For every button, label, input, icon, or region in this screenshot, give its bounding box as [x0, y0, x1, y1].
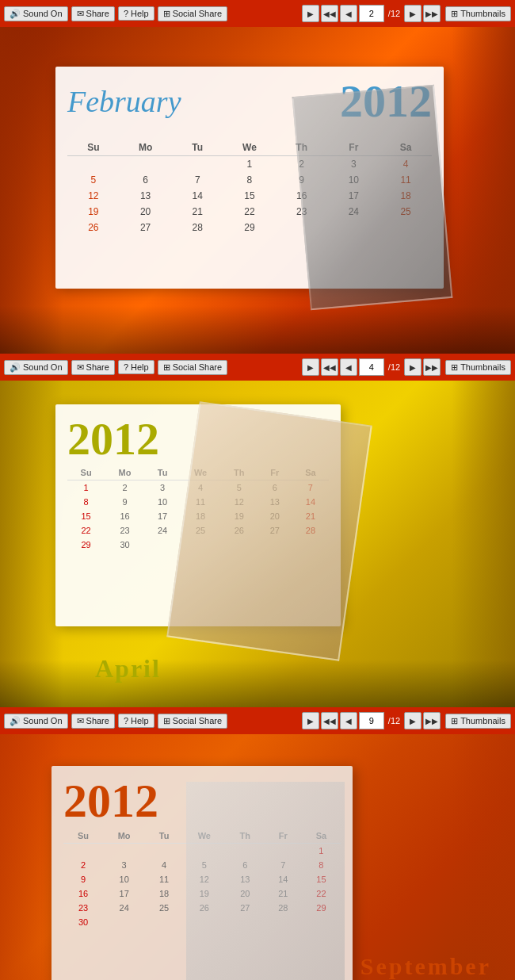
cal-day: 2 [105, 480, 145, 496]
toolbar-2: 🔊 Sound On ✉ Share ? Help ⊞ Social Share… [0, 354, 515, 381]
nav-prev-1[interactable]: ◀ [340, 5, 357, 22]
nav-next-3[interactable]: ▶ [302, 712, 319, 729]
page-total-1: /12 [386, 9, 402, 18]
cal-day: 15 [67, 509, 105, 523]
cal-day [67, 156, 120, 173]
share-label-1: Share [86, 9, 109, 18]
sound-on-button-3[interactable]: 🔊 Sound On [4, 714, 68, 729]
september-month-label: September [360, 953, 491, 980]
nav-forward-2[interactable]: ▶ [404, 358, 422, 376]
cal-day [103, 915, 145, 929]
ground-1 [0, 306, 515, 354]
calendar-section-3: 2012 Su Mo Tu We Th Fr Sa [0, 734, 515, 980]
page-total-3: /12 [386, 716, 402, 725]
cal-day: 26 [67, 220, 120, 235]
cal-day: 22 [223, 204, 276, 220]
cal-day: 2 [63, 858, 103, 872]
share-button-3[interactable]: ✉ Share [71, 714, 115, 729]
day3-tu: Tu [145, 829, 183, 844]
sound-on-button-2[interactable]: 🔊 Sound On [4, 360, 68, 375]
nav-forward-3[interactable]: ▶ [404, 712, 422, 729]
cal-day [103, 844, 145, 859]
cal-day [145, 538, 181, 552]
cal-day: 5 [67, 172, 120, 188]
ground-2 [0, 660, 515, 707]
cal-day: 24 [103, 901, 145, 915]
cal-day: 22 [67, 523, 105, 538]
cal-day: 10 [145, 495, 181, 509]
cal-day: 29 [67, 538, 105, 552]
tree-left-2 [0, 381, 63, 707]
social-icon-2: ⊞ [163, 362, 170, 373]
nav-end-3[interactable]: ▶▶ [423, 712, 441, 729]
thumbnails-icon-2: ⊞ [451, 362, 458, 373]
toolbar-3: 🔊 Sound On ✉ Share ? Help ⊞ Social Share… [0, 707, 515, 734]
page-input-1[interactable] [359, 5, 384, 22]
share-button-2[interactable]: ✉ Share [71, 360, 115, 375]
nav-prev-3[interactable]: ◀ [340, 712, 357, 729]
cal-day: 27 [120, 220, 172, 235]
cal-day: 12 [67, 188, 120, 204]
cal-day [145, 844, 183, 859]
social-share-button-2[interactable]: ⊞ Social Share [158, 360, 227, 375]
social-label-1: Social Share [173, 9, 222, 18]
help-label-1: Help [131, 9, 149, 18]
day2-su: Su [67, 465, 105, 480]
share-icon-2: ✉ [77, 362, 84, 373]
share-icon-3: ✉ [77, 716, 84, 726]
nav-rewind-1[interactable]: ◀◀ [321, 5, 338, 22]
help-button-2[interactable]: ? Help [118, 360, 154, 374]
social-share-button-3[interactable]: ⊞ Social Share [158, 714, 227, 729]
social-icon-3: ⊞ [163, 716, 170, 726]
cal-day: 23 [105, 523, 145, 538]
thumbnails-button-1[interactable]: ⊞ Thumbnails [445, 6, 511, 21]
cal-day: 18 [145, 886, 183, 901]
social-share-button-1[interactable]: ⊞ Social Share [158, 6, 227, 21]
help-icon-2: ? [124, 362, 128, 372]
cal-day: 9 [63, 872, 103, 886]
sound-label-2: Sound On [23, 362, 63, 372]
cal-day: 23 [63, 901, 103, 915]
calendar-card-1: February 2012 Su Mo Tu We Th Fr Sa [55, 67, 444, 289]
nav-rewind-2[interactable]: ◀◀ [321, 358, 338, 376]
page-total-2: /12 [386, 362, 402, 372]
nav-group-1: ▶ ◀◀ ◀ /12 ▶ ▶▶ ⊞ Thumbnails [302, 5, 511, 22]
cal-day: 16 [63, 886, 103, 901]
day2-mo: Mo [105, 465, 145, 480]
social-label-3: Social Share [173, 716, 222, 725]
calendar-card-3: 2012 Su Mo Tu We Th Fr Sa [52, 766, 353, 980]
cal-month-1: February [67, 84, 181, 119]
thumbnails-label-2: Thumbnails [460, 362, 505, 372]
thumbnails-button-3[interactable]: ⊞ Thumbnails [445, 714, 511, 729]
thumbnails-icon-1: ⊞ [451, 9, 458, 19]
nav-next-1[interactable]: ▶ [302, 5, 319, 22]
cal-day [63, 844, 103, 859]
day2-tu: Tu [145, 465, 181, 480]
sound-label-1: Sound On [23, 9, 63, 18]
help-icon-1: ? [124, 9, 128, 18]
nav-rewind-3[interactable]: ◀◀ [321, 712, 338, 729]
page-input-3[interactable] [359, 712, 384, 729]
nav-prev-2[interactable]: ◀ [340, 358, 357, 376]
cal-day: 17 [103, 886, 145, 901]
thumbnails-button-2[interactable]: ⊞ Thumbnails [445, 360, 511, 375]
page-input-2[interactable] [359, 358, 384, 376]
nav-forward-1[interactable]: ▶ [404, 5, 422, 22]
cal-day: 3 [145, 480, 181, 496]
help-label-2: Help [131, 362, 149, 372]
help-button-3[interactable]: ? Help [118, 714, 154, 728]
calendar-section-1: February 2012 Su Mo Tu We Th Fr Sa [0, 27, 515, 354]
nav-end-1[interactable]: ▶▶ [423, 5, 441, 22]
nav-end-2[interactable]: ▶▶ [423, 358, 441, 376]
calendar-card-2: 2012 Su Mo Tu We Th Fr Sa 1 2 3 4 [55, 404, 341, 626]
cal-day: 13 [120, 188, 172, 204]
share-button-1[interactable]: ✉ Share [71, 6, 115, 21]
nav-next-2[interactable]: ▶ [302, 358, 319, 376]
sound-on-button-1[interactable]: 🔊 Sound On [4, 6, 68, 21]
cal-day: 20 [120, 204, 172, 220]
help-button-1[interactable]: ? Help [118, 6, 154, 21]
april-month-label: April [95, 654, 161, 683]
social-label-2: Social Share [173, 362, 222, 372]
photo-overlay-3 [186, 782, 345, 980]
cal-day: 10 [103, 872, 145, 886]
